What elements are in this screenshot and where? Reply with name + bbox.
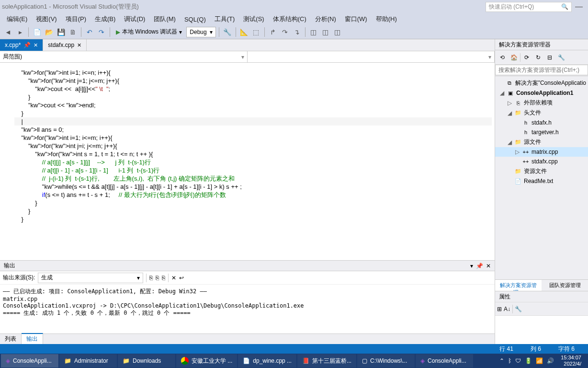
panel-tab[interactable]: 团队资源管理 xyxy=(542,280,588,291)
document-tab[interactable]: x.cpp*📌✕ xyxy=(0,39,43,51)
output-tool-1[interactable]: ⎘ xyxy=(149,275,153,281)
expand-icon[interactable]: ◢ xyxy=(507,110,512,116)
code-editor[interactable]: "kw">for("kw">int i=1; i<=n; i++){ "kw">… xyxy=(0,63,495,260)
solution-search-input[interactable] xyxy=(495,65,588,75)
output-wrap-button[interactable]: ↩ xyxy=(179,275,184,281)
pin-icon[interactable]: 📌 xyxy=(476,263,483,269)
menu-item[interactable]: 体系结构(C) xyxy=(269,14,310,24)
props-icon[interactable]: 🔧 xyxy=(556,52,566,63)
new-button[interactable]: 📄 xyxy=(32,27,42,37)
taskbar-item[interactable]: ◈ConsoleAppli... xyxy=(1,354,58,368)
back-button[interactable]: ◄ xyxy=(3,27,13,37)
prop-wrench-icon[interactable]: 🔧 xyxy=(515,306,522,312)
taskbar-item[interactable]: 安徽工业大学 ... xyxy=(176,354,237,368)
sync-icon[interactable]: ⟳ xyxy=(521,52,532,63)
menu-item[interactable]: 团队(M) xyxy=(150,14,180,24)
tool-btn-5[interactable]: ◫ xyxy=(320,27,331,37)
menu-item[interactable]: 项目(P) xyxy=(62,14,90,24)
battery-icon[interactable]: 🔋 xyxy=(525,357,532,364)
output-tab[interactable]: 输出 xyxy=(22,333,43,344)
tool-btn-6[interactable]: ◫ xyxy=(332,27,343,37)
expand-icon[interactable]: ◢ xyxy=(507,139,512,146)
refresh-icon[interactable]: ↻ xyxy=(533,52,543,63)
taskbar-item[interactable]: ▢C:\Windows\... xyxy=(357,354,415,368)
dropdown-icon[interactable]: ▾ xyxy=(470,263,473,269)
document-tab[interactable]: stdafx.cpp✕ xyxy=(43,39,87,51)
bluetooth-icon[interactable]: ᛒ xyxy=(508,357,511,364)
menu-item[interactable]: 生成(B) xyxy=(91,14,119,24)
menu-item[interactable]: 窗口(W) xyxy=(341,14,371,24)
taskbar-item[interactable]: ◈ConsoleAppli... xyxy=(416,354,473,368)
tree-node[interactable]: ▷++matrix.cpp xyxy=(495,147,588,157)
volume-icon[interactable]: 🔊 xyxy=(547,357,554,364)
tree-node[interactable]: ◢📁源文件 xyxy=(495,137,588,147)
tool-btn-4[interactable]: ◫ xyxy=(308,27,319,37)
menu-item[interactable]: 测试(S) xyxy=(239,14,268,24)
wifi-icon[interactable]: 📶 xyxy=(536,357,543,364)
taskbar-item[interactable]: 📄dp_wine.cpp ... xyxy=(238,354,296,368)
clock[interactable]: 15:34:072022/4/ xyxy=(558,355,584,367)
step-into-button[interactable]: ↴ xyxy=(292,27,302,37)
scope-combo[interactable]: 局范围) ▾ xyxy=(0,51,248,62)
close-icon[interactable]: ✕ xyxy=(34,42,38,48)
tree-node[interactable]: 📁资源文件 xyxy=(495,166,588,176)
tree-node[interactable]: ++stdafx.cpp xyxy=(495,157,588,166)
output-tool-2[interactable]: ⎘ xyxy=(156,275,159,281)
home-icon[interactable]: 🏠 xyxy=(509,52,519,63)
close-icon[interactable]: ✕ xyxy=(486,263,491,269)
step-out-button[interactable]: ↱ xyxy=(268,27,278,37)
tool-btn-1[interactable]: 🔧 xyxy=(222,27,233,37)
tree-node[interactable]: ◢📁头文件 xyxy=(495,108,588,118)
solution-search[interactable] xyxy=(495,65,588,76)
expand-icon[interactable]: ▷ xyxy=(507,100,512,106)
menu-item[interactable]: 分析(N) xyxy=(311,14,340,24)
redo-button[interactable]: ↷ xyxy=(96,27,107,37)
tree-node[interactable]: 📄ReadMe.txt xyxy=(495,176,588,186)
undo-button[interactable]: ↶ xyxy=(84,27,95,37)
menu-item[interactable]: SQL(Q) xyxy=(181,15,210,24)
tree-node[interactable]: ⧉解决方案"ConsoleApplicatio xyxy=(495,78,588,88)
save-button[interactable]: 💾 xyxy=(56,27,66,37)
prop-az-button[interactable]: A↓ xyxy=(504,306,510,312)
quick-launch-input[interactable]: 快速启动 (Ctrl+Q) 🔍 xyxy=(486,2,572,12)
tray-up-icon[interactable]: ⌃ xyxy=(499,357,504,364)
solution-tree[interactable]: ⧉解决方案"ConsoleApplicatio◢▣ConsoleApplicat… xyxy=(495,76,588,279)
output-tool-3[interactable]: ⎘ xyxy=(162,275,165,281)
start-debug-button[interactable]: ▶ 本地 Windows 调试器 ▾ xyxy=(113,28,185,36)
tree-node[interactable]: ▷⎘外部依赖项 xyxy=(495,98,588,108)
taskbar-item[interactable]: 📁Downloads xyxy=(118,354,175,368)
prop-cat-button[interactable]: ⊞ xyxy=(497,306,502,312)
taskbar-item[interactable]: 📕第十三届蓝桥... xyxy=(297,354,356,368)
member-combo[interactable]: ▾ xyxy=(248,51,495,62)
tree-node[interactable]: hstdafx.h xyxy=(495,118,588,127)
menubar: 编辑(E)视图(V)项目(P)生成(B)调试(D)团队(M)SQL(Q)工具(T… xyxy=(0,13,588,25)
open-button[interactable]: 📂 xyxy=(44,27,54,37)
expand-icon[interactable]: ◢ xyxy=(499,90,505,96)
menu-item[interactable]: 调试(D) xyxy=(120,14,149,24)
close-icon[interactable]: ✕ xyxy=(77,42,81,48)
tree-node[interactable]: htargetver.h xyxy=(495,127,588,137)
forward-button[interactable]: ▸ xyxy=(15,27,25,37)
output-clear-button[interactable]: ✕ xyxy=(171,275,176,281)
shield-icon[interactable]: 🛡 xyxy=(515,357,521,364)
config-combo[interactable]: Debug ▾ xyxy=(186,27,215,37)
output-source-combo[interactable]: 生成 ▾ xyxy=(38,273,143,283)
output-text[interactable]: —— 已启动生成: 项目: ConsoleApplication1, 配置: D… xyxy=(0,285,495,334)
panel-tab[interactable]: 解决方案资源管理... xyxy=(495,280,542,291)
step-over-button[interactable]: ↷ xyxy=(280,27,290,37)
menu-item[interactable]: 帮助(H) xyxy=(372,14,401,24)
tool-btn-3[interactable]: ⬚ xyxy=(251,27,261,37)
menu-item[interactable]: 编辑(E) xyxy=(3,14,31,24)
tree-node[interactable]: ◢▣ConsoleApplication1 xyxy=(495,88,588,98)
saveall-button[interactable]: 🗎 xyxy=(68,27,78,37)
menu-item[interactable]: 视图(V) xyxy=(32,14,60,24)
tool-btn-2[interactable]: 📐 xyxy=(239,27,249,37)
minimize-button[interactable]: — xyxy=(572,2,586,11)
home-button[interactable]: ⟲ xyxy=(497,52,508,63)
taskbar-item[interactable]: 📁Administrator xyxy=(59,354,117,368)
expand-icon[interactable]: ▷ xyxy=(514,149,520,155)
collapse-icon[interactable]: ⊟ xyxy=(544,52,555,63)
pin-icon[interactable]: 📌 xyxy=(23,42,31,48)
output-tab[interactable]: 列表 xyxy=(0,334,22,344)
menu-item[interactable]: 工具(T) xyxy=(211,14,239,24)
